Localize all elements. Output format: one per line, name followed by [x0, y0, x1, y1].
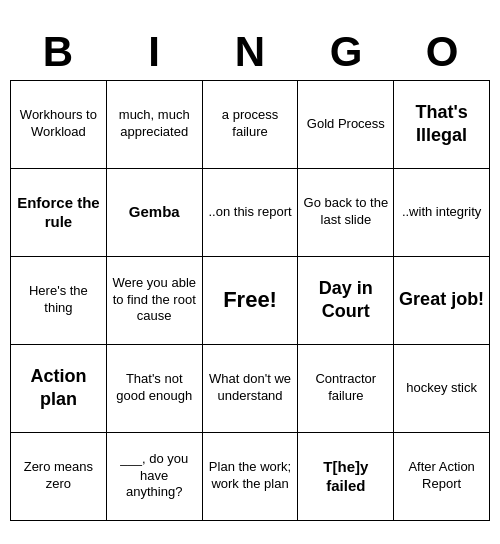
cell-3-3: Contractor failure [298, 344, 394, 432]
header-letter: B [10, 24, 106, 80]
cell-4-2: Plan the work; work the plan [202, 432, 298, 520]
cell-0-3: Gold Process [298, 80, 394, 168]
header-letter: I [106, 24, 202, 80]
cell-1-3: Go back to the last slide [298, 168, 394, 256]
cell-0-4: That's Illegal [394, 80, 490, 168]
cell-1-0: Enforce the rule [11, 168, 107, 256]
cell-1-1: Gemba [106, 168, 202, 256]
cell-2-3: Day in Court [298, 256, 394, 344]
header-letter: O [394, 24, 490, 80]
cell-3-4: hockey stick [394, 344, 490, 432]
bingo-header: BINGO [10, 24, 490, 80]
bingo-card: BINGO Workhours to Workloadmuch, much ap… [10, 24, 490, 521]
cell-0-1: much, much appreciated [106, 80, 202, 168]
cell-3-0: Action plan [11, 344, 107, 432]
cell-1-2: ..on this report [202, 168, 298, 256]
cell-4-3: T[he]y failed [298, 432, 394, 520]
cell-1-4: ..with integrity [394, 168, 490, 256]
cell-2-1: Were you able to find the root cause [106, 256, 202, 344]
cell-3-1: That's not good enough [106, 344, 202, 432]
cell-2-4: Great job! [394, 256, 490, 344]
header-letter: G [298, 24, 394, 80]
cell-2-0: Here's the thing [11, 256, 107, 344]
cell-3-2: What don't we understand [202, 344, 298, 432]
bingo-grid: Workhours to Workloadmuch, much apprecia… [10, 80, 490, 521]
cell-2-2: Free! [202, 256, 298, 344]
header-letter: N [202, 24, 298, 80]
cell-4-0: Zero means zero [11, 432, 107, 520]
cell-4-4: After Action Report [394, 432, 490, 520]
cell-0-0: Workhours to Workload [11, 80, 107, 168]
cell-0-2: a process failure [202, 80, 298, 168]
cell-4-1: ___, do you have anything? [106, 432, 202, 520]
